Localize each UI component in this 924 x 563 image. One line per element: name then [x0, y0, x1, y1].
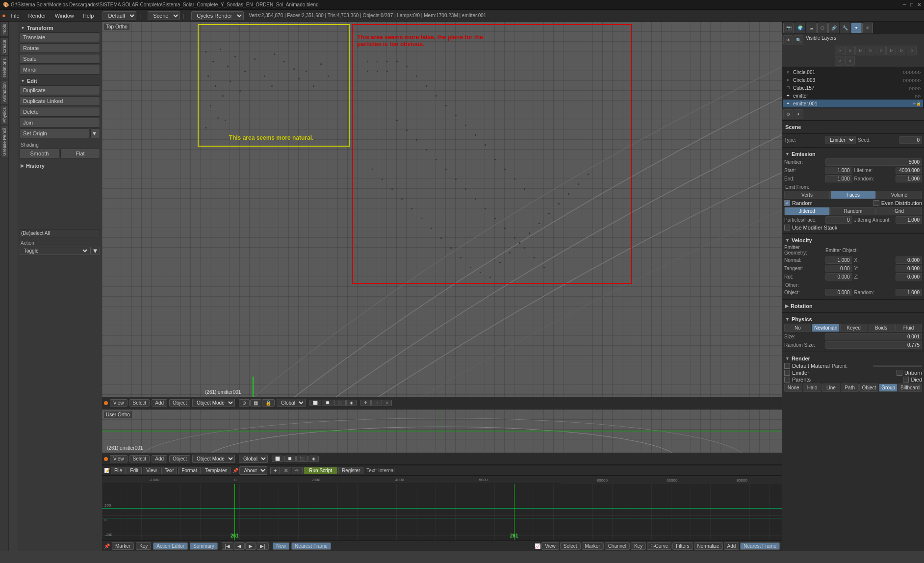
- templates-menu-btn[interactable]: Templates: [202, 467, 231, 474]
- search-icon[interactable]: 🔍: [794, 35, 803, 45]
- object-vel-value[interactable]: 0.000: [825, 289, 852, 296]
- fluid-btn[interactable]: Fluid: [895, 324, 922, 332]
- scene-selector[interactable]: Scene: [148, 11, 180, 20]
- view-btn-2[interactable]: View: [541, 542, 559, 550]
- rename-btn[interactable]: ✏: [292, 467, 303, 474]
- tab-relations[interactable]: Relations: [0, 56, 8, 79]
- select-menu-btn-2[interactable]: Select: [129, 455, 150, 462]
- menu-render[interactable]: Render: [25, 12, 50, 20]
- lock-btn[interactable]: 🔒: [262, 399, 275, 407]
- maximize-btn[interactable]: □: [910, 2, 913, 7]
- emitter-checkbox[interactable]: [784, 370, 790, 376]
- prop-edit-btn[interactable]: ○: [383, 400, 392, 406]
- select-menu-btn[interactable]: Select: [129, 399, 150, 407]
- mode-selector-2[interactable]: Object Mode: [192, 455, 235, 463]
- verts-btn[interactable]: Verts: [784, 191, 830, 199]
- key-btn[interactable]: Key: [136, 542, 151, 550]
- render-halo-btn[interactable]: Halo: [803, 384, 821, 392]
- layer-1[interactable]: ▷: [835, 46, 845, 55]
- layer-btn[interactable]: ▦: [250, 399, 261, 407]
- object-item-emitter[interactable]: ✦ emitter ▷▷: [783, 92, 923, 100]
- grid-btn[interactable]: Grid: [876, 207, 922, 215]
- nearest-frame-btn-2[interactable]: Nearest Frame: [740, 542, 780, 550]
- z-value[interactable]: 0.000: [896, 273, 923, 281]
- render-group-btn[interactable]: Group: [879, 384, 898, 392]
- normal-value[interactable]: 1.000: [825, 256, 852, 264]
- type-selector[interactable]: Emitter: [825, 136, 856, 144]
- render-billboard-btn[interactable]: Billboard: [898, 384, 922, 392]
- layer-8[interactable]: ▷: [907, 46, 917, 55]
- select-btn-2[interactable]: Select: [560, 542, 581, 550]
- close-btn[interactable]: ✕: [917, 2, 921, 7]
- about-dropdown[interactable]: About: [239, 466, 267, 475]
- keyed-btn[interactable]: Keyed: [840, 324, 867, 332]
- tab-constraints[interactable]: 🔗: [828, 23, 839, 33]
- pivot-btn[interactable]: ⊙: [239, 399, 250, 407]
- prop-icon-1[interactable]: ⚙: [783, 109, 793, 119]
- scale-button[interactable]: Scale: [20, 54, 100, 64]
- render-path-btn[interactable]: Path: [841, 384, 859, 392]
- layer-4[interactable]: ▷: [866, 46, 875, 55]
- minimize-btn[interactable]: ─: [903, 2, 906, 7]
- seed-value[interactable]: 0: [899, 136, 922, 144]
- shading-btn-8[interactable]: ◉: [308, 456, 319, 462]
- view-menu-btn-2[interactable]: View: [110, 455, 128, 462]
- file-menu-btn[interactable]: File: [111, 467, 126, 474]
- transform-btn[interactable]: ✛: [360, 400, 371, 406]
- modifier-stack-checkbox[interactable]: [784, 225, 790, 230]
- size-value[interactable]: 0.001: [825, 333, 922, 340]
- object-menu-btn-2[interactable]: Object: [169, 455, 190, 462]
- rotate-button[interactable]: Rotate: [20, 43, 100, 53]
- view-menu-btn-3[interactable]: View: [143, 467, 160, 474]
- tl-icon-1[interactable]: |◀: [222, 542, 234, 550]
- tab-render[interactable]: 📷: [783, 23, 794, 33]
- shading-btn-3[interactable]: ⬛: [334, 400, 346, 406]
- number-value[interactable]: 5000: [825, 158, 922, 166]
- prop-icon-2[interactable]: ✦: [794, 109, 803, 119]
- default-material-checkbox[interactable]: [784, 363, 790, 369]
- object-item-circle003[interactable]: ○ Circle.003 ▷▷▷▷▷▷: [783, 76, 923, 84]
- tab-object[interactable]: ⬡: [817, 23, 828, 33]
- faces-btn[interactable]: Faces: [830, 191, 876, 199]
- layer-3[interactable]: ▷: [855, 46, 865, 55]
- render-none-btn[interactable]: None: [784, 384, 802, 392]
- duplicate-linked-button[interactable]: Duplicate Linked: [20, 96, 100, 106]
- format-menu-btn[interactable]: Format: [178, 467, 201, 474]
- set-origin-button[interactable]: Set Origin: [20, 128, 89, 138]
- tab-animation[interactable]: Animation: [0, 80, 8, 104]
- layer-2[interactable]: ▷: [845, 46, 855, 55]
- tab-particles[interactable]: ✦: [851, 23, 862, 33]
- object-item-cube157[interactable]: □ Cube.157 ▷▷▷▷: [783, 84, 923, 92]
- jittered-btn[interactable]: Jittered: [784, 207, 830, 215]
- deselect-all-button[interactable]: (De)select All: [20, 229, 100, 237]
- manip-btn[interactable]: ↔: [371, 400, 382, 406]
- lifetime-value[interactable]: 4000.000: [896, 167, 923, 174]
- object-item-circle001[interactable]: ○ Circle.001 ▷▷▷▷▷▷: [783, 68, 923, 76]
- action-arrow[interactable]: ▼: [90, 247, 100, 255]
- physics-header[interactable]: ▼ Physics: [784, 315, 922, 324]
- new-text-btn[interactable]: +: [270, 467, 280, 474]
- add-menu-btn-2[interactable]: Add: [152, 455, 167, 462]
- flat-button[interactable]: Flat: [60, 149, 100, 158]
- end-value[interactable]: 1.000: [825, 175, 852, 182]
- layer-9[interactable]: ▷: [835, 56, 845, 66]
- layout-selector[interactable]: Default: [103, 11, 136, 20]
- tangent-value[interactable]: 0.00: [825, 265, 852, 272]
- edit-menu-btn[interactable]: Edit: [127, 467, 142, 474]
- render-object-btn[interactable]: Object: [859, 384, 878, 392]
- mirror-button[interactable]: Mirror: [20, 65, 100, 75]
- del-text-btn[interactable]: ✕: [281, 467, 291, 474]
- render-header[interactable]: ▼ Render: [784, 354, 922, 363]
- unborn-checkbox[interactable]: [897, 370, 902, 376]
- new-btn[interactable]: New: [273, 542, 289, 550]
- view-menu-btn[interactable]: View: [110, 399, 128, 407]
- particles-face-value[interactable]: 0: [825, 216, 852, 224]
- global-selector-2[interactable]: Global: [239, 455, 268, 463]
- layer-6[interactable]: ▷: [886, 46, 896, 55]
- random-size-value[interactable]: 0.775: [825, 341, 922, 349]
- tab-tools[interactable]: Tools: [0, 22, 8, 37]
- shading-btn-6[interactable]: 🔲: [284, 456, 296, 462]
- add-menu-btn[interactable]: Add: [152, 399, 167, 407]
- tab-physics[interactable]: ⚛: [862, 23, 873, 33]
- shading-btn-5[interactable]: ⬜: [272, 456, 283, 462]
